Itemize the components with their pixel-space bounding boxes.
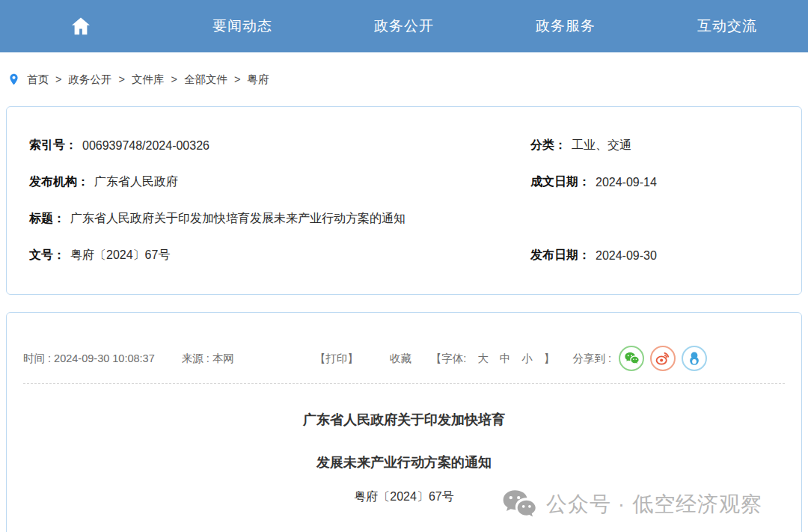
breadcrumb-gov-info[interactable]: 政务公开	[68, 73, 111, 87]
meta-grid: 索引号： 006939748/2024-00326 分类： 工业、交通 发布机构…	[7, 127, 801, 274]
share-wechat-button[interactable]	[619, 346, 644, 371]
breadcrumb-separator: >	[234, 73, 240, 85]
meta-value-index-number: 006939748/2024-00326	[82, 139, 209, 153]
meta-value-title: 广东省人民政府关于印发加快培育发展未来产业行动方案的通知	[70, 211, 405, 227]
meta-row-category: 分类： 工业、交通	[530, 127, 801, 164]
home-icon	[70, 15, 92, 37]
share-label: 分享到 :	[572, 352, 611, 366]
toolbar-divider	[23, 383, 785, 384]
article-title-line1: 广东省人民政府关于印发加快培育	[7, 411, 801, 429]
font-size-small-button[interactable]: 小	[521, 352, 533, 366]
font-size-large-button[interactable]: 大	[477, 352, 489, 366]
breadcrumb-separator: >	[55, 73, 61, 85]
source-label: 来源 : 本网	[182, 352, 234, 366]
share-weibo-button[interactable]	[650, 346, 676, 371]
meta-label-issuing-agency: 发布机构：	[29, 174, 89, 190]
font-size-prefix: 【字体:	[431, 352, 467, 366]
location-pin-icon	[7, 71, 20, 88]
nav-home[interactable]	[0, 0, 162, 52]
qq-icon	[686, 350, 703, 367]
meta-value-category: 工业、交通	[572, 138, 631, 153]
font-size-control: 【字体: 大 中 小 】	[431, 352, 555, 366]
breadcrumb-all-files[interactable]: 全部文件	[184, 73, 227, 87]
font-size-medium-button[interactable]: 中	[500, 352, 511, 366]
nav-item-news[interactable]: 要闻动态	[162, 0, 323, 52]
meta-row-written-date: 成文日期： 2024-09-14	[530, 164, 801, 201]
meta-label-category: 分类：	[530, 138, 566, 153]
meta-value-doc-number: 粤府〔2024〕67号	[70, 248, 170, 263]
meta-row-index-number: 索引号： 006939748/2024-00326	[7, 127, 530, 164]
wechat-icon	[623, 350, 640, 367]
article-toolbar: 时间 : 2024-09-30 10:08:37 来源 : 本网 【打印】 收藏…	[7, 313, 801, 371]
meta-row-doc-number: 文号： 粤府〔2024〕67号	[7, 237, 530, 274]
font-size-suffix: 】	[544, 352, 555, 366]
article-title-line2: 发展未来产业行动方案的通知	[7, 453, 801, 471]
meta-row-empty	[530, 201, 801, 237]
nav-item-interaction[interactable]: 互动交流	[646, 0, 808, 52]
meta-label-title: 标题：	[29, 211, 65, 227]
meta-row-title: 标题： 广东省人民政府关于印发加快培育发展未来产业行动方案的通知	[7, 201, 530, 237]
article-box: 时间 : 2024-09-30 10:08:37 来源 : 本网 【打印】 收藏…	[6, 312, 802, 532]
meta-label-index-number: 索引号：	[29, 138, 77, 153]
breadcrumb-home[interactable]: 首页	[27, 73, 49, 87]
print-button[interactable]: 【打印】	[315, 352, 358, 366]
meta-row-publish-date: 发布日期： 2024-09-30	[530, 237, 801, 274]
article-doc-number: 粤府〔2024〕67号	[7, 489, 801, 505]
meta-value-issuing-agency: 广东省人民政府	[94, 174, 178, 190]
meta-label-doc-number: 文号：	[29, 248, 65, 263]
weibo-icon	[655, 350, 671, 367]
breadcrumb-file-library[interactable]: 文件库	[132, 73, 165, 87]
breadcrumb: 首页 > 政务公开 > 文件库 > 全部文件 > 粤府	[0, 52, 808, 106]
nav-item-gov-services[interactable]: 政务服务	[485, 0, 646, 52]
publish-time: 时间 : 2024-09-30 10:08:37	[23, 352, 155, 366]
meta-value-publish-date: 2024-09-30	[596, 249, 657, 263]
meta-label-publish-date: 发布日期：	[530, 248, 590, 263]
meta-row-issuing-agency: 发布机构： 广东省人民政府	[7, 164, 530, 201]
document-meta-box: 索引号： 006939748/2024-00326 分类： 工业、交通 发布机构…	[6, 106, 802, 295]
favorite-button[interactable]: 收藏	[390, 352, 411, 366]
top-nav: 要闻动态 政务公开 政务服务 互动交流	[0, 0, 808, 52]
breadcrumb-yuefu: 粤府	[247, 73, 269, 87]
share-icons	[619, 346, 707, 371]
meta-label-written-date: 成文日期：	[530, 174, 590, 190]
breadcrumb-separator: >	[171, 73, 177, 85]
share-qq-button[interactable]	[682, 346, 707, 371]
nav-item-gov-info[interactable]: 政务公开	[323, 0, 485, 52]
breadcrumb-separator: >	[118, 73, 124, 85]
meta-value-written-date: 2024-09-14	[596, 176, 657, 189]
